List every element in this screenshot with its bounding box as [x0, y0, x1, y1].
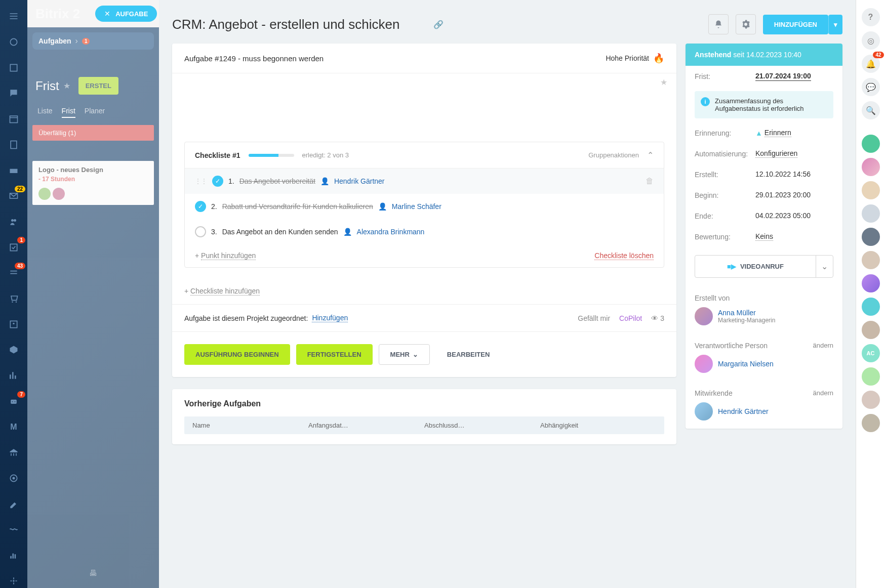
sign-icon[interactable] [6, 496, 21, 511]
delete-checklist-link[interactable]: Checkliste löschen [594, 251, 654, 260]
overdue-banner[interactable]: Überfällig (1) [32, 125, 154, 141]
assignee-link[interactable]: Marline Schäfer [392, 202, 441, 211]
svg-rect-2 [10, 116, 18, 122]
complete-button[interactable]: FERTIGSTELLEN [296, 344, 373, 365]
checkbox[interactable]: ✓ [195, 201, 206, 212]
start-execution-button[interactable]: AUSFÜHRUNG BEGINNEN [184, 344, 290, 365]
chat-icon[interactable] [6, 86, 21, 101]
copilot-link[interactable]: CoPilot [619, 314, 642, 322]
checkbox[interactable] [195, 226, 206, 237]
contact-avatar[interactable] [862, 414, 880, 432]
contact-avatar[interactable] [862, 298, 880, 316]
contact-avatar[interactable] [862, 135, 880, 153]
responsible-name[interactable]: Margarita Nielsen [718, 360, 774, 368]
groups-icon[interactable] [6, 215, 21, 229]
box-icon[interactable] [6, 343, 21, 357]
video-call-button[interactable]: ■▶VIDEOANRUF ⌄ [695, 255, 833, 278]
reminder-link[interactable]: Erinnern [765, 129, 791, 137]
delete-item-icon[interactable]: 🗑 [646, 177, 654, 186]
favorite-star[interactable]: ★ [660, 78, 667, 87]
add-checklist-item[interactable]: Punkt hinzufügen [201, 251, 256, 260]
subtab-frist[interactable]: Frist [62, 107, 75, 118]
views-count[interactable]: 👁3 [651, 314, 664, 322]
contact-avatar[interactable] [862, 274, 880, 292]
checklist-item[interactable]: ✓ 2. Rabatt und Versandtarife für Kunden… [185, 194, 664, 219]
add-project-link[interactable]: Hinzufügen [312, 314, 348, 322]
contact-avatar[interactable] [862, 158, 880, 176]
contact-avatar[interactable] [862, 181, 880, 199]
eye-icon: 👁 [651, 314, 658, 322]
subtab-planer[interactable]: Planer [85, 107, 105, 118]
mail-icon[interactable]: 22 [6, 189, 21, 203]
avatar[interactable] [695, 402, 713, 421]
contact-avatar[interactable] [862, 251, 880, 269]
contact-avatar[interactable] [862, 391, 880, 409]
analytics-icon[interactable] [6, 368, 21, 383]
end-label: Ende: [695, 212, 755, 220]
bank-icon[interactable] [6, 445, 21, 460]
contacts-icon[interactable] [6, 317, 21, 331]
avatar[interactable] [695, 307, 713, 325]
drag-handle-icon[interactable]: ⋮⋮ [195, 178, 207, 185]
copilot-rail-icon[interactable]: ◎ [862, 31, 880, 50]
calendar-icon[interactable] [6, 112, 21, 127]
assignee-link[interactable]: Hendrik Gärtner [334, 177, 385, 185]
change-responsible-link[interactable]: ändern [813, 342, 833, 350]
deadline-value[interactable]: 21.07.2024 19:00 [755, 72, 811, 81]
checklist-item[interactable]: ⋮⋮ ✓ 1. Das Angebot vorbereität 👤 Hendri… [185, 169, 664, 194]
chat-rail-icon[interactable]: 💬 [862, 78, 880, 96]
m-icon[interactable]: M [6, 419, 21, 434]
add-button[interactable]: HINZUFÜGEN [763, 15, 828, 34]
menu-icon[interactable] [6, 9, 21, 24]
link-icon[interactable]: 🔗 [433, 20, 444, 29]
avatar[interactable] [695, 355, 713, 373]
assignee-link[interactable]: Alexandra Brinkmann [357, 228, 425, 236]
collapse-icon[interactable]: ⌃ [647, 150, 654, 160]
drive-icon[interactable] [6, 163, 21, 178]
target-icon[interactable] [6, 471, 21, 486]
change-participants-link[interactable]: ändern [813, 389, 833, 397]
add-checklist-link[interactable]: Checkliste hinzufügen [190, 287, 260, 296]
expand-icon[interactable] [6, 573, 21, 588]
group-actions-link[interactable]: Gruppenaktionen [588, 151, 639, 159]
more-icon[interactable]: 43 [6, 266, 21, 280]
checkbox[interactable]: ✓ [212, 176, 223, 187]
print-icon[interactable]: 🖶 [89, 569, 97, 578]
tasks-icon[interactable]: 1 [6, 240, 21, 255]
contact-avatar[interactable] [862, 367, 880, 386]
stats-icon[interactable] [6, 548, 21, 563]
news-icon[interactable] [6, 60, 21, 75]
feed-icon[interactable] [6, 35, 21, 50]
status-summary-note[interactable]: i Zusammenfassung des Aufgabenstatus ist… [695, 91, 833, 118]
contact-avatar[interactable] [862, 204, 880, 223]
help-button[interactable]: ? [862, 8, 880, 26]
create-button[interactable]: ERSTEL [78, 77, 118, 95]
creator-name[interactable]: Anna Müller [718, 309, 775, 317]
bot-icon[interactable]: 7 [6, 394, 21, 409]
more-button[interactable]: MEHR⌄ [379, 344, 430, 365]
automation-link[interactable]: Konfigurieren [755, 149, 797, 158]
wave-icon[interactable] [6, 522, 21, 537]
video-call-dropdown[interactable]: ⌄ [816, 256, 833, 277]
docs-icon[interactable] [6, 138, 21, 152]
task-pill-close[interactable]: ✕ AUFGABE [95, 6, 157, 22]
add-dropdown[interactable]: ▾ [828, 15, 842, 34]
notifications-rail-icon[interactable]: 🔔42 [862, 55, 880, 73]
contact-avatar[interactable] [862, 321, 880, 339]
settings-button[interactable] [736, 14, 756, 34]
task-number: Aufgabe #1249 - muss begonnen werden [184, 54, 606, 63]
bg-task-card[interactable]: Logo - neues Design - 17 Stunden [32, 161, 154, 205]
like-link[interactable]: Gefällt mir [578, 314, 610, 322]
end-value: 04.02.2023 05:00 [755, 212, 811, 220]
notifications-button[interactable] [708, 14, 729, 34]
rating-link[interactable]: Keins [755, 232, 773, 241]
contact-avatar-initials[interactable]: AC [862, 344, 880, 362]
subtab-liste[interactable]: Liste [37, 107, 53, 118]
edit-button[interactable]: BEARBEITEN [436, 344, 501, 365]
search-rail-icon[interactable]: 🔍 [862, 101, 880, 119]
contact-avatar[interactable] [862, 228, 880, 246]
bg-tab-tasks[interactable]: Aufgaben [38, 37, 71, 45]
checklist-item[interactable]: 3. Das Angebot an den Kunden senden 👤 Al… [185, 219, 664, 244]
participant-name[interactable]: Hendrik Gärtner [718, 407, 769, 415]
shop-icon[interactable] [6, 291, 21, 306]
